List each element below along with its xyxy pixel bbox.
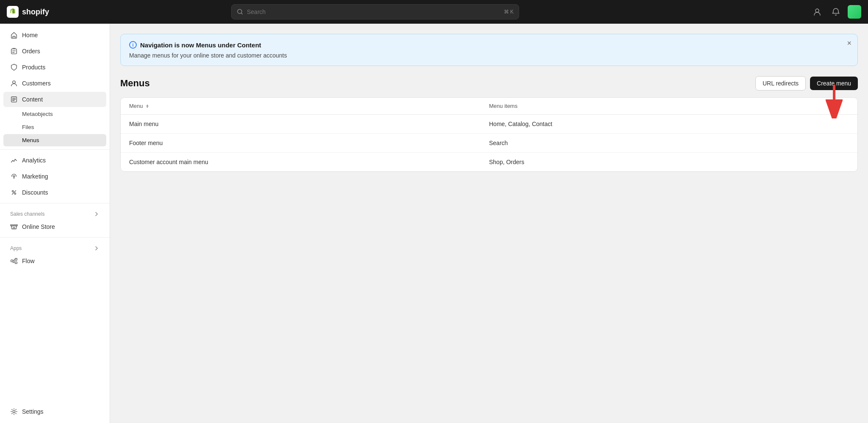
- menu-items-cell: Shop, Orders: [489, 159, 849, 165]
- svg-rect-3: [11, 49, 17, 54]
- avatar[interactable]: [848, 5, 861, 19]
- content-icon: [10, 96, 18, 103]
- svg-point-12: [13, 410, 15, 412]
- sidebar-item-home[interactable]: Home: [3, 27, 106, 43]
- info-banner: i Navigation is now Menus under Content …: [120, 34, 858, 66]
- table-row[interactable]: Customer account main menu Shop, Orders: [121, 153, 857, 171]
- sales-channels-section: Sales channels: [0, 206, 110, 219]
- main-content: i Navigation is now Menus under Content …: [110, 24, 868, 423]
- store-icon: [10, 223, 18, 231]
- sidebar-label-online-store: Online Store: [22, 223, 55, 230]
- menu-name-cell: Main menu: [129, 121, 489, 127]
- analytics-icon: [10, 157, 18, 164]
- menus-table: Menu Menu items Main menu Home, Catalog,…: [120, 97, 858, 172]
- search-shortcut: ⌘ K: [504, 9, 514, 15]
- sidebar-item-content[interactable]: Content: [3, 92, 106, 107]
- col-menu: Menu: [129, 103, 489, 109]
- sidebar: Home Orders Products Customers: [0, 24, 110, 423]
- banner-title: Navigation is now Menus under Content: [140, 41, 261, 49]
- person-icon: [813, 8, 821, 16]
- apps-section: Apps: [0, 240, 110, 253]
- sidebar-sub-files[interactable]: Files: [3, 121, 106, 133]
- table-row[interactable]: Main menu Home, Catalog, Contact: [121, 115, 857, 134]
- sidebar-divider-3: [0, 237, 110, 238]
- menus-section-header: Menus URL redirects Create menu: [120, 76, 858, 91]
- topbar: shopify ⌘ K: [0, 0, 868, 24]
- orders-icon: [10, 47, 18, 55]
- logo-text: shopify: [22, 8, 49, 16]
- sidebar-label-analytics: Analytics: [22, 157, 46, 164]
- info-icon: i: [129, 41, 137, 49]
- table-row[interactable]: Footer menu Search: [121, 134, 857, 153]
- sidebar-sub-label-files: Files: [22, 124, 34, 130]
- table-header-row: Menu Menu items: [121, 98, 857, 115]
- sidebar-item-orders[interactable]: Orders: [3, 44, 106, 59]
- banner-body: Manage menus for your online store and c…: [129, 52, 849, 59]
- banner-close-btn[interactable]: ×: [847, 39, 851, 47]
- url-redirects-btn[interactable]: URL redirects: [755, 76, 806, 91]
- products-icon: [10, 63, 18, 71]
- app-body: Home Orders Products Customers: [0, 24, 868, 423]
- sidebar-label-content: Content: [22, 96, 43, 103]
- avatar-icon-btn[interactable]: [810, 5, 824, 19]
- shopify-logo-icon: [7, 6, 19, 18]
- svg-point-7: [12, 191, 14, 192]
- topbar-right: [810, 5, 861, 19]
- create-menu-btn[interactable]: Create menu: [810, 77, 858, 90]
- sidebar-sub-metaobjects[interactable]: Metaobjects: [3, 108, 106, 120]
- sidebar-label-home: Home: [22, 32, 38, 38]
- sidebar-divider-2: [0, 203, 110, 203]
- sidebar-label-settings: Settings: [22, 408, 44, 415]
- search-input[interactable]: [247, 8, 500, 15]
- sidebar-label-discounts: Discounts: [22, 189, 48, 196]
- sort-icon: [145, 104, 150, 109]
- sidebar-item-products[interactable]: Products: [3, 60, 106, 75]
- sidebar-item-analytics[interactable]: Analytics: [3, 153, 106, 168]
- menu-items-cell: Home, Catalog, Contact: [489, 121, 849, 127]
- col-menu-items: Menu items: [489, 103, 849, 109]
- menu-name-cell: Footer menu: [129, 140, 489, 146]
- svg-point-2: [815, 9, 819, 12]
- sidebar-sub-menus[interactable]: Menus: [3, 134, 106, 146]
- search-bar[interactable]: ⌘ K: [231, 4, 519, 19]
- banner-header: i Navigation is now Menus under Content: [129, 41, 849, 49]
- menu-items-cell: Search: [489, 140, 849, 146]
- search-icon: [237, 8, 243, 15]
- sidebar-label-marketing: Marketing: [22, 173, 48, 180]
- sidebar-item-discounts[interactable]: Discounts: [3, 185, 106, 200]
- settings-icon: [10, 408, 18, 415]
- svg-point-8: [14, 193, 16, 195]
- section-actions: URL redirects Create menu: [755, 76, 858, 91]
- sidebar-sub-label-metaobjects: Metaobjects: [22, 111, 53, 117]
- notification-btn[interactable]: [829, 5, 843, 19]
- sidebar-item-settings[interactable]: Settings: [3, 404, 106, 419]
- sidebar-item-flow[interactable]: Flow: [3, 253, 106, 269]
- chevron-right-icon: [94, 211, 100, 217]
- chevron-right-icon-2: [94, 245, 100, 251]
- sidebar-item-customers[interactable]: Customers: [3, 76, 106, 91]
- marketing-icon: [10, 173, 18, 180]
- svg-rect-10: [15, 258, 17, 261]
- discounts-icon: [10, 189, 18, 196]
- sidebar-item-marketing[interactable]: Marketing: [3, 169, 106, 184]
- bell-icon: [832, 8, 840, 16]
- sidebar-label-orders: Orders: [22, 48, 40, 55]
- sidebar-divider-1: [0, 149, 110, 150]
- menu-name-cell: Customer account main menu: [129, 159, 489, 165]
- sidebar-item-online-store[interactable]: Online Store: [3, 219, 106, 234]
- svg-rect-11: [15, 262, 17, 264]
- flow-icon: [10, 257, 18, 265]
- shopify-logo: shopify: [7, 6, 83, 18]
- home-icon: [10, 31, 18, 39]
- svg-point-4: [13, 81, 15, 83]
- sidebar-sub-label-menus: Menus: [22, 137, 39, 143]
- sidebar-label-products: Products: [22, 64, 45, 71]
- customers-icon: [10, 80, 18, 87]
- sidebar-label-flow: Flow: [22, 258, 35, 264]
- sidebar-label-customers: Customers: [22, 80, 51, 87]
- menus-title: Menus: [120, 78, 150, 89]
